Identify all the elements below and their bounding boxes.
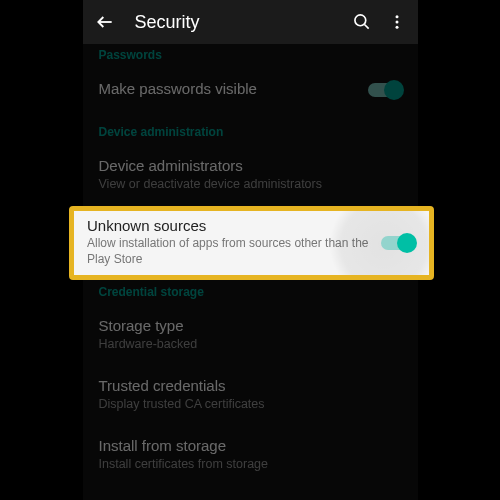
overflow-menu-icon[interactable] <box>388 13 406 31</box>
highlight-box <box>69 206 434 280</box>
section-header-device-admin: Device administration <box>83 111 418 145</box>
app-bar: Security <box>83 0 418 44</box>
svg-point-2 <box>395 21 398 24</box>
setting-storage-type[interactable]: Storage type Hardware-backed <box>83 305 418 365</box>
section-header-passwords: Passwords <box>83 44 418 68</box>
svg-point-0 <box>354 15 365 26</box>
item-title: Device administrators <box>99 157 394 174</box>
item-subtitle: Display trusted CA certificates <box>99 396 394 413</box>
item-title: Install from storage <box>99 437 394 454</box>
setting-install-from-storage[interactable]: Install from storage Install certificate… <box>83 425 418 485</box>
item-subtitle: Hardware-backed <box>99 336 394 353</box>
svg-point-3 <box>395 26 398 29</box>
item-subtitle: View or deactivate device administrators <box>99 176 394 193</box>
item-title: Storage type <box>99 317 394 334</box>
item-title: Trusted credentials <box>99 377 394 394</box>
item-subtitle: Install certificates from storage <box>99 456 394 473</box>
page-title: Security <box>135 12 336 33</box>
back-arrow-icon[interactable] <box>95 12 115 32</box>
setting-make-passwords-visible[interactable]: Make passwords visible <box>83 68 418 111</box>
toggle-switch[interactable] <box>368 83 402 97</box>
search-icon[interactable] <box>352 12 372 32</box>
svg-point-1 <box>395 15 398 18</box>
item-title: Make passwords visible <box>99 80 360 97</box>
setting-device-administrators[interactable]: Device administrators View or deactivate… <box>83 145 418 205</box>
setting-trusted-credentials[interactable]: Trusted credentials Display trusted CA c… <box>83 365 418 425</box>
